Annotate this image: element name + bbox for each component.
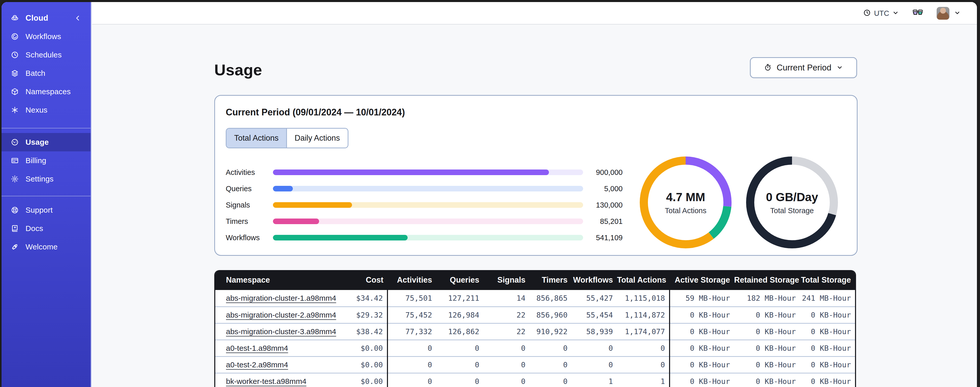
chevron-down-icon bbox=[892, 10, 899, 17]
namespace-link[interactable]: abs-migration-cluster-3.a98mm4 bbox=[226, 327, 336, 336]
table-row: abs-migration-cluster-2.a98mm4$29.3275,4… bbox=[215, 307, 855, 323]
cell-activities: 75,501 bbox=[387, 290, 436, 307]
bar-fill bbox=[273, 235, 407, 240]
sidebar-item-usage[interactable]: Usage bbox=[2, 133, 91, 151]
bar-row-queries: Queries 5,000 bbox=[226, 181, 623, 197]
temporal-logo-icon bbox=[11, 14, 19, 22]
namespace-link[interactable]: abs-migration-cluster-2.a98mm4 bbox=[226, 311, 336, 319]
bar-fill bbox=[273, 186, 293, 192]
sidebar-item-schedules[interactable]: Schedules bbox=[2, 46, 91, 64]
sidebar-item-cloud[interactable]: Cloud bbox=[2, 9, 91, 27]
sidebar-item-namespaces[interactable]: Namespaces bbox=[2, 82, 91, 101]
col-header-queries: Queries bbox=[436, 270, 484, 290]
cell-queries: 0 bbox=[436, 357, 484, 373]
bar-value: 5,000 bbox=[583, 185, 623, 193]
cell-queries: 126,984 bbox=[436, 307, 484, 323]
donut-value: 4.7 MM bbox=[666, 190, 705, 204]
cell-timers: 910,922 bbox=[530, 323, 572, 340]
rocket-icon bbox=[11, 243, 19, 251]
cell-workflows: 0 bbox=[572, 357, 617, 373]
tab-daily-actions[interactable]: Daily Actions bbox=[286, 129, 347, 147]
sidebar-item-settings[interactable]: Settings bbox=[2, 170, 91, 188]
sidebar-item-welcome[interactable]: Welcome bbox=[2, 238, 91, 256]
col-header-namespace: Namespace bbox=[215, 270, 325, 290]
cell-timers: 856,865 bbox=[530, 290, 572, 307]
cell-workflows: 55,454 bbox=[572, 307, 617, 323]
table-header-row: Namespace Cost Activities Queries Signal… bbox=[215, 270, 855, 290]
cell-cost: $0.00 bbox=[325, 357, 387, 373]
cell-activities: 77,332 bbox=[387, 323, 436, 340]
cell-retained_storage: 0 KB-Hour bbox=[734, 373, 800, 387]
sidebar-item-billing[interactable]: Billing bbox=[2, 151, 91, 170]
cell-total_storage: 241 MB-Hour bbox=[800, 290, 855, 307]
cell-timers: 0 bbox=[530, 357, 572, 373]
bar-value: 900,000 bbox=[583, 168, 623, 177]
table-row: abs-migration-cluster-3.a98mm4$38.4277,3… bbox=[215, 323, 855, 340]
credit-card-icon bbox=[11, 157, 19, 165]
bar-track bbox=[273, 202, 583, 208]
cell-total_actions: 0 bbox=[617, 357, 670, 373]
cell-active_storage: 0 KB-Hour bbox=[670, 373, 734, 387]
cell-activities: 75,452 bbox=[387, 307, 436, 323]
donut-label: Total Actions bbox=[665, 206, 706, 215]
sidebar-item-nexus[interactable]: Nexus bbox=[2, 101, 91, 119]
col-header-total-storage: Total Storage bbox=[800, 270, 855, 290]
cell-signals: 22 bbox=[484, 307, 530, 323]
cell-total_storage: 0 KB-Hour bbox=[800, 340, 855, 357]
total-actions-donut: 4.7 MM Total Actions bbox=[640, 157, 732, 248]
sidebar-item-support[interactable]: Support bbox=[2, 201, 91, 219]
cell-signals: 0 bbox=[484, 340, 530, 357]
cell-timers: 0 bbox=[530, 340, 572, 357]
col-header-active-storage: Active Storage bbox=[670, 270, 734, 290]
period-selector-button[interactable]: Current Period bbox=[750, 57, 857, 78]
namespace-link[interactable]: bk-worker-test.a98mm4 bbox=[226, 377, 306, 385]
cell-cost: $0.00 bbox=[325, 340, 387, 357]
sidebar-item-batch[interactable]: Batch bbox=[2, 64, 91, 82]
namespace-usage-table: Namespace Cost Activities Queries Signal… bbox=[214, 270, 856, 387]
cell-total_actions: 1 bbox=[617, 373, 670, 387]
cell-retained_storage: 182 MB-Hour bbox=[734, 290, 800, 307]
col-header-retained-storage: Retained Storage bbox=[734, 270, 800, 290]
tab-total-actions[interactable]: Total Actions bbox=[226, 129, 286, 147]
cell-active_storage: 59 MB-Hour bbox=[670, 290, 734, 307]
sidebar-divider bbox=[2, 196, 91, 196]
donut-label: Total Storage bbox=[770, 206, 814, 215]
cell-total_storage: 0 KB-Hour bbox=[800, 323, 855, 340]
col-header-total-actions: Total Actions bbox=[617, 270, 670, 290]
account-menu[interactable] bbox=[937, 7, 961, 20]
timezone-selector[interactable]: UTC bbox=[863, 9, 899, 18]
collapse-sidebar-icon[interactable] bbox=[74, 14, 82, 22]
namespace-link[interactable]: a0-test-2.a98mm4 bbox=[226, 360, 288, 369]
actions-bar-chart: Activities 900,000 Queries 5,000 Signals bbox=[226, 164, 623, 246]
cell-activities: 0 bbox=[387, 340, 436, 357]
bar-row-signals: Signals 130,000 bbox=[226, 197, 623, 213]
bar-fill bbox=[273, 219, 319, 224]
schedules-icon bbox=[11, 51, 19, 59]
app-window: Cloud Workflows Schedules Batch bbox=[2, 2, 977, 387]
chevron-down-icon bbox=[954, 10, 961, 17]
cell-signals: 0 bbox=[484, 357, 530, 373]
layers-icon bbox=[11, 69, 19, 77]
timezone-label: UTC bbox=[874, 9, 889, 18]
table-row: a0-test-2.a98mm4$0.000000000 KB-Hour0 KB… bbox=[215, 357, 855, 373]
bar-row-activities: Activities 900,000 bbox=[226, 164, 623, 181]
namespace-link[interactable]: a0-test-1.a98mm4 bbox=[226, 344, 288, 352]
sidebar: Cloud Workflows Schedules Batch bbox=[2, 2, 91, 387]
glasses-icon[interactable] bbox=[912, 9, 923, 18]
life-buoy-icon bbox=[11, 206, 19, 214]
total-storage-donut: 0 GB/Day Total Storage bbox=[746, 157, 838, 248]
card-title: Current Period (09/01/2024 — 10/01/2024) bbox=[226, 107, 405, 118]
table-row: abs-migration-cluster-1.a98mm4$34.4275,5… bbox=[215, 290, 855, 307]
col-header-workflows: Workflows bbox=[572, 270, 617, 290]
page-title: Usage bbox=[214, 61, 262, 79]
sidebar-item-docs[interactable]: Docs bbox=[2, 219, 91, 238]
book-icon bbox=[11, 224, 19, 233]
cell-timers: 0 bbox=[530, 373, 572, 387]
sidebar-item-workflows[interactable]: Workflows bbox=[2, 27, 91, 46]
bar-value: 541,109 bbox=[583, 233, 623, 242]
cell-active_storage: 0 KB-Hour bbox=[670, 307, 734, 323]
workflows-icon bbox=[11, 32, 19, 41]
namespace-link[interactable]: abs-migration-cluster-1.a98mm4 bbox=[226, 294, 336, 302]
bar-fill bbox=[273, 202, 352, 208]
cell-total_actions: 1,114,872 bbox=[617, 307, 670, 323]
